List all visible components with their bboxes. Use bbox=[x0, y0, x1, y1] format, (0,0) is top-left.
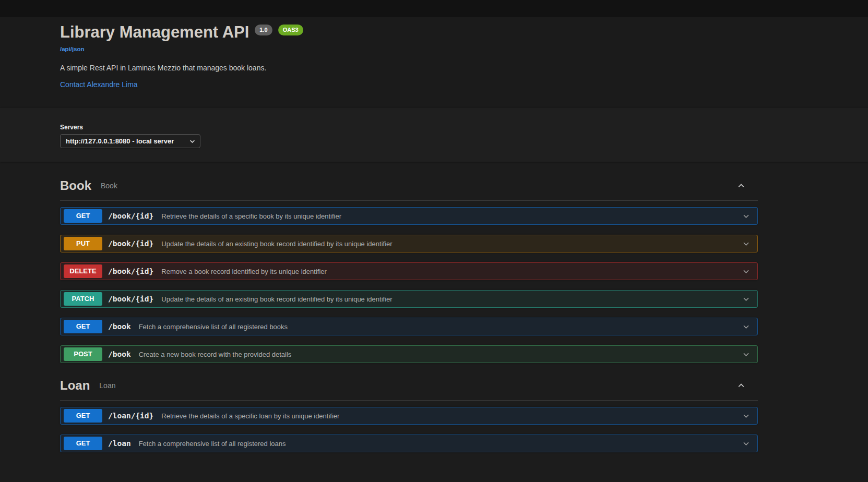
chevron-down-icon[interactable] bbox=[742, 212, 750, 220]
section-subtitle: Book bbox=[101, 182, 117, 190]
operation-row[interactable]: DELETE /book/{id} Remove a book record i… bbox=[60, 262, 758, 280]
op-path: /book/{id} bbox=[108, 212, 153, 220]
info-section: Library Management API 1.0 OAS3 /api/jso… bbox=[0, 17, 868, 108]
op-summary: Remove a book record identified by its u… bbox=[161, 268, 327, 275]
chevron-up-icon[interactable] bbox=[737, 381, 745, 390]
method-badge: PUT bbox=[64, 237, 102, 250]
section-title: Loan bbox=[60, 378, 90, 393]
api-title: Library Management API bbox=[60, 22, 249, 42]
tag-header[interactable]: Book Book bbox=[60, 173, 758, 201]
servers-label: Servers bbox=[60, 124, 758, 131]
op-path: /book/{id} bbox=[108, 295, 153, 303]
op-summary: Fetch a comprehensive list of all regist… bbox=[139, 323, 288, 331]
servers-section: Servers http://127.0.0.1:8080 - local se… bbox=[0, 108, 868, 162]
operation-row[interactable]: GET /book Fetch a comprehensive list of … bbox=[60, 318, 758, 335]
op-path: /book bbox=[108, 350, 131, 358]
operation-row[interactable]: POST /book Create a new book record with… bbox=[60, 345, 758, 363]
chevron-down-icon[interactable] bbox=[742, 295, 750, 303]
contact-link[interactable]: Contact Alexandre Lima bbox=[60, 80, 138, 89]
op-path: /loan/{id} bbox=[108, 412, 153, 420]
topbar bbox=[0, 0, 868, 17]
tag-section: Book Book GET /book/{id} Retrieve the de… bbox=[60, 173, 758, 363]
method-badge: POST bbox=[64, 347, 102, 361]
method-badge: GET bbox=[64, 437, 102, 450]
operations: GET /book/{id} Retrieve the details of a… bbox=[60, 207, 758, 363]
method-badge: DELETE bbox=[64, 264, 102, 278]
chevron-down-icon[interactable] bbox=[742, 440, 750, 448]
op-path: /book/{id} bbox=[108, 239, 153, 248]
api-sections: Book Book GET /book/{id} Retrieve the de… bbox=[60, 162, 758, 452]
oas3-badge: OAS3 bbox=[278, 25, 303, 35]
chevron-down-icon[interactable] bbox=[742, 323, 750, 331]
tag-header[interactable]: Loan Loan bbox=[60, 373, 758, 401]
op-summary: Create a new book record with the provid… bbox=[139, 351, 292, 358]
method-badge: GET bbox=[64, 209, 102, 223]
server-select-wrap: http://127.0.0.1:8080 - local server bbox=[60, 134, 200, 148]
chevron-down-icon[interactable] bbox=[742, 240, 750, 248]
page-title: Library Management API 1.0 OAS3 bbox=[60, 22, 758, 42]
chevron-up-icon[interactable] bbox=[737, 182, 745, 190]
operation-row[interactable]: PUT /book/{id} Update the details of an … bbox=[60, 235, 758, 252]
op-summary: Retrieve the details of a specific book … bbox=[161, 212, 341, 220]
operation-row[interactable]: GET /loan Fetch a comprehensive list of … bbox=[60, 435, 758, 452]
spec-url-link[interactable]: /api/json bbox=[60, 46, 85, 52]
op-summary: Fetch a comprehensive list of all regist… bbox=[139, 440, 286, 448]
operation-row[interactable]: GET /book/{id} Retrieve the details of a… bbox=[60, 207, 758, 225]
tag-section: Loan Loan GET /loan/{id} Retrieve the de… bbox=[60, 373, 758, 452]
section-subtitle: Loan bbox=[99, 381, 115, 390]
op-path: /loan bbox=[108, 439, 131, 448]
server-select[interactable]: http://127.0.0.1:8080 - local server bbox=[60, 134, 200, 148]
op-summary: Retrieve the details of a specific loan … bbox=[161, 412, 339, 420]
method-badge: GET bbox=[64, 409, 102, 423]
operation-row[interactable]: PATCH /book/{id} Update the details of a… bbox=[60, 290, 758, 308]
chevron-down-icon[interactable] bbox=[742, 412, 750, 420]
operation-row[interactable]: GET /loan/{id} Retrieve the details of a… bbox=[60, 407, 758, 425]
chevron-down-icon[interactable] bbox=[742, 351, 750, 358]
method-badge: PATCH bbox=[64, 292, 102, 306]
api-description: A simple Rest API in Laminas Mezzio that… bbox=[60, 64, 758, 72]
op-path: /book bbox=[108, 322, 131, 331]
op-path: /book/{id} bbox=[108, 267, 153, 275]
operations: GET /loan/{id} Retrieve the details of a… bbox=[60, 407, 758, 452]
op-summary: Update the details of an existing book r… bbox=[161, 240, 392, 248]
chevron-down-icon[interactable] bbox=[742, 268, 750, 275]
op-summary: Update the details of an existing book r… bbox=[161, 295, 392, 303]
method-badge: GET bbox=[64, 320, 102, 333]
section-title: Book bbox=[60, 178, 91, 193]
version-badge: 1.0 bbox=[255, 25, 272, 35]
